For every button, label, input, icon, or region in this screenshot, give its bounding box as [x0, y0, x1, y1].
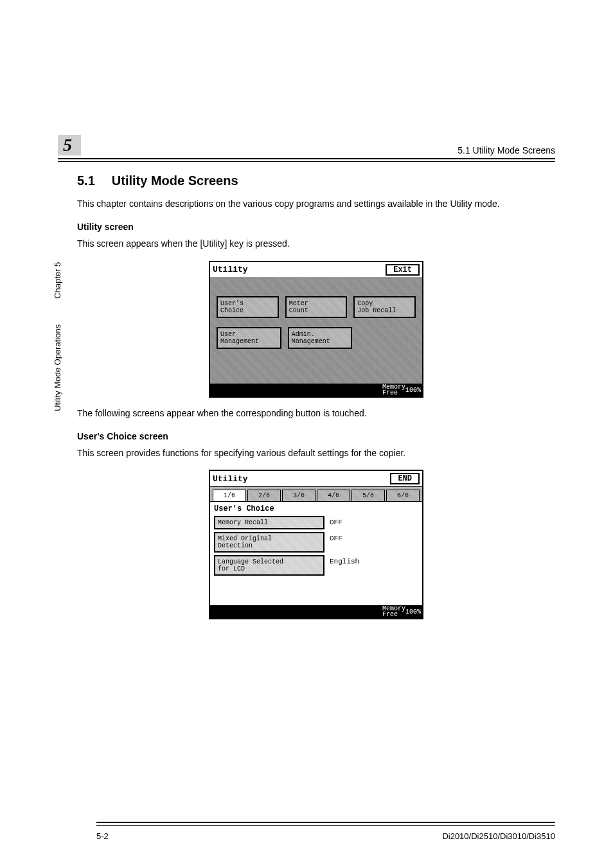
side-tab: Utility Mode Operations Chapter 5 — [53, 262, 62, 411]
mid-text: The following screens appear when the co… — [77, 407, 555, 420]
tab-2-6[interactable]: 2/6 — [247, 490, 281, 501]
memory-free-label: Memory Free — [382, 384, 405, 396]
users-choice-text: This screen provides functions for speci… — [77, 447, 555, 459]
tab-3-6[interactable]: 3/6 — [282, 490, 315, 501]
mixed-original-detection-button[interactable]: Mixed Original Detection — [214, 532, 324, 553]
section-title: Utility Mode Screens — [112, 173, 238, 188]
copy-job-recall-button[interactable]: Copy Job Recall — [353, 296, 416, 318]
lcd2-title: Utility — [213, 474, 248, 484]
admin-management-button[interactable]: Admin. Management — [288, 327, 353, 349]
page-number: 5-2 — [96, 831, 109, 841]
exit-button[interactable]: Exit — [386, 264, 420, 276]
meter-count-button[interactable]: Meter Count — [285, 296, 348, 318]
section-intro: This chapter contains descriptions on th… — [77, 197, 555, 210]
memory-free-label-2: Memory Free — [382, 606, 405, 617]
language-selected-value: English — [330, 555, 359, 576]
user-management-button[interactable]: User Management — [217, 327, 281, 349]
lcd-title: Utility — [213, 265, 248, 274]
memory-free-value-2: 100% — [405, 608, 421, 616]
memory-recall-button[interactable]: Memory Recall — [214, 516, 324, 529]
tab-1-6[interactable]: 1/6 — [213, 490, 246, 501]
header-rule — [58, 158, 555, 162]
side-tab-book: Utility Mode Operations — [53, 324, 62, 411]
mixed-original-detection-value: OFF — [330, 532, 342, 553]
end-button[interactable]: END — [390, 473, 420, 484]
memory-free-value: 100% — [405, 386, 421, 393]
tab-5-6[interactable]: 5/6 — [351, 490, 385, 501]
users-choice-button[interactable]: User's Choice — [217, 296, 279, 318]
tab-6-6[interactable]: 6/6 — [386, 490, 420, 501]
utility-screen-text: This screen appears when the [Utility] k… — [77, 237, 555, 250]
users-choice-lcd: Utility END 1/6 2/6 3/6 4/6 5/6 6/6 User… — [209, 470, 423, 619]
side-tab-chapter: Chapter 5 — [53, 262, 62, 299]
footer-rule — [96, 822, 555, 826]
utility-lcd: Utility Exit User's Choice Meter Count C… — [209, 261, 423, 398]
running-head: 5.1 Utility Mode Screens — [458, 145, 555, 155]
language-selected-button[interactable]: Language Selected for LCD — [214, 555, 324, 576]
users-choice-subheading: User's Choice — [210, 502, 422, 515]
utility-screen-heading: Utility screen — [77, 222, 555, 232]
tab-4-6[interactable]: 4/6 — [317, 490, 350, 501]
section-number: 5.1 — [77, 173, 95, 188]
memory-recall-value: OFF — [330, 516, 342, 529]
users-choice-heading: User's Choice screen — [77, 431, 555, 441]
chapter-number: 5 — [58, 135, 81, 155]
model-line: Di2010/Di2510/Di3010/Di3510 — [442, 831, 555, 841]
